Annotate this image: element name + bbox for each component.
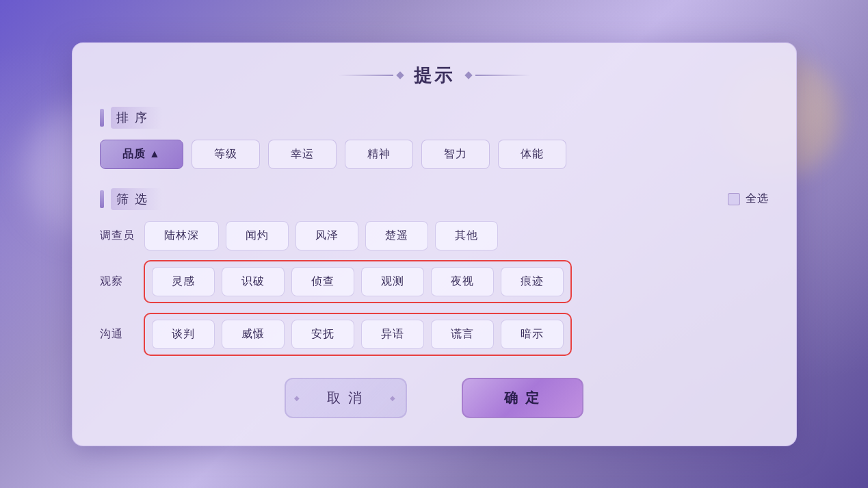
filter-btn-wenzuo[interactable]: 闻灼 [226,221,289,251]
filter-btn-zhenzha[interactable]: 侦查 [291,267,354,296]
modal-title-bar: 提示 [100,64,769,88]
communicate-buttons-outlined: 谈判 威慑 安抚 异语 谎言 暗示 [144,313,572,356]
filter-header-row: 筛 选 全选 [100,188,769,210]
select-all-label: 全选 [746,192,769,206]
filter-btn-lulinsh[interactable]: 陆林深 [144,221,219,251]
filter-btn-yeshi[interactable]: 夜视 [431,267,494,296]
dialog-container: 提示 排 序 品质 ▲ 等级 幸运 精神 智力 体能 [72,42,797,446]
sort-buttons-container: 品质 ▲ 等级 幸运 精神 智力 体能 [100,140,769,169]
filter-btn-anfu[interactable]: 安抚 [291,320,354,349]
modal-overlay: 提示 排 序 品质 ▲ 等级 幸运 精神 智力 体能 [0,0,868,488]
filter-header-bar [100,190,104,208]
title-diamond-right [464,71,472,79]
filter-section-header: 筛 选 [100,188,162,210]
confirm-button[interactable]: 确 定 [462,378,584,418]
title-diamond-left [396,71,404,79]
sort-section-header: 排 序 [100,107,769,129]
filter-section-label: 筛 选 [111,188,162,210]
cancel-button[interactable]: 取 消 [285,378,407,418]
filter-btn-fengze[interactable]: 风泽 [295,221,358,251]
investigator-buttons: 陆林深 闻灼 风泽 楚遥 其他 [144,221,498,251]
filter-label-investigator: 调查员 [100,229,135,243]
sort-btn-quality[interactable]: 品质 ▲ [100,140,183,169]
filter-row-communicate: 沟通 谈判 威慑 安抚 异语 谎言 暗示 [100,313,769,356]
filter-btn-weihe[interactable]: 威慑 [222,320,285,349]
title-deco-left [339,73,403,78]
sort-btn-spirit[interactable]: 精神 [345,140,413,169]
filter-btn-shipuo[interactable]: 识破 [222,267,285,296]
filter-label-communicate: 沟通 [100,327,134,342]
filter-btn-henji[interactable]: 痕迹 [501,267,564,296]
filter-btn-chuyao[interactable]: 楚遥 [365,221,428,251]
filter-btn-other[interactable]: 其他 [435,221,498,251]
filter-btn-tanpan[interactable]: 谈判 [152,320,215,349]
select-all-checkbox[interactable] [728,193,740,205]
filter-btn-guance[interactable]: 观测 [361,267,424,296]
filter-btn-huangyan[interactable]: 谎言 [431,320,494,349]
filter-btn-yiyu[interactable]: 异语 [361,320,424,349]
title-line-right [475,75,530,76]
filter-section: 筛 选 全选 调查员 陆林深 闻灼 风泽 楚遥 其他 [100,188,769,356]
filter-label-observe: 观察 [100,274,134,289]
sort-section-label: 排 序 [111,107,162,129]
sort-btn-intelligence[interactable]: 智力 [421,140,490,169]
sort-header-bar [100,109,104,127]
title-line-left [339,75,393,76]
select-all-area[interactable]: 全选 [728,192,769,206]
filter-btn-anshi[interactable]: 暗示 [501,320,564,349]
filter-btn-lingan[interactable]: 灵感 [152,267,215,296]
sort-btn-luck[interactable]: 幸运 [268,140,337,169]
modal-title: 提示 [414,64,455,88]
observe-buttons-outlined: 灵感 识破 侦查 观测 夜视 痕迹 [144,260,572,303]
sort-section: 排 序 品质 ▲ 等级 幸运 精神 智力 体能 [100,107,769,169]
sort-btn-physique[interactable]: 体能 [498,140,566,169]
filter-row-investigator: 调查员 陆林深 闻灼 风泽 楚遥 其他 [100,221,769,251]
filter-row-observe: 观察 灵感 识破 侦查 观测 夜视 痕迹 [100,260,769,303]
action-buttons: 取 消 确 定 [100,378,769,418]
sort-btn-level[interactable]: 等级 [192,140,260,169]
title-deco-right [466,73,530,78]
